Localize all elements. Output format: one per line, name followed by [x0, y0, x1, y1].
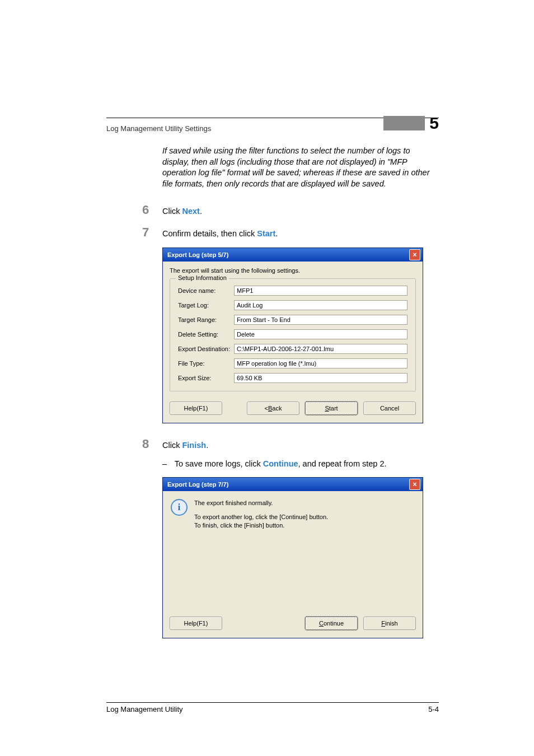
continue-button[interactable]: Continue	[305, 617, 358, 630]
help-button[interactable]: Help(F1)	[170, 402, 222, 415]
field-export-destination: Export Destination: C:\MFP1-AUD-2006-12-…	[178, 344, 407, 354]
field-file-type: File Type: MFP operation log file (*.lmu…	[178, 358, 407, 368]
close-icon[interactable]: ×	[409, 249, 420, 260]
dialog-button-row: Help(F1) < Back Start Cancel	[170, 402, 416, 415]
field-label: Export Size:	[178, 375, 234, 381]
running-header: Log Management Utility Settings 5	[106, 118, 439, 133]
dialog-body: i The export finished normally. To expor…	[163, 491, 423, 617]
field-target-range: Target Range: From Start - To End	[178, 315, 407, 325]
field-label: Target Log:	[178, 302, 234, 309]
back-button[interactable]: < Back	[247, 402, 299, 415]
finish-button[interactable]: Finish	[363, 617, 416, 630]
step-text-pre: Confirm details, then click	[162, 229, 257, 238]
step-text-post: .	[200, 207, 202, 216]
content-area: If saved while using the filter function…	[106, 146, 439, 638]
keyword-continue: Continue	[263, 459, 298, 468]
field-label: Target Range:	[178, 316, 234, 323]
step-text: Click Finish.	[162, 440, 208, 451]
setup-information-group: Setup Information Device name: MFP1 Targ…	[170, 278, 416, 391]
dialog-footer: Help(F1) Continue Finish	[163, 617, 423, 638]
step-text: Click Next.	[162, 206, 202, 217]
field-value: C:\MFP1-AUD-2006-12-27-001.lmu	[234, 344, 407, 354]
dash: –	[162, 459, 172, 468]
field-value: MFP operation log file (*.lmu)	[234, 358, 407, 368]
field-label: Delete Setting:	[178, 331, 234, 338]
field-value: Delete	[234, 329, 407, 339]
step-6: 6 Click Next.	[142, 203, 439, 217]
page: Log Management Utility Settings 5 If sav…	[0, 0, 534, 756]
field-value: From Start - To End	[234, 315, 407, 325]
help-button[interactable]: Help(F1)	[170, 617, 222, 630]
start-button[interactable]: Start	[305, 402, 358, 415]
step-number: 7	[142, 225, 162, 240]
field-value: MFP1	[234, 286, 407, 296]
dialog-titlebar[interactable]: Export Log (step 7/7) ×	[163, 478, 423, 491]
group-legend: Setup Information	[176, 274, 229, 281]
field-target-log: Target Log: Audit Log	[178, 300, 407, 310]
export-log-dialog-5: Export Log (step 5/7) × The export will …	[162, 248, 423, 423]
footer-right: 5-4	[428, 705, 439, 713]
export-log-dialog-7: Export Log (step 7/7) × i The export fin…	[162, 477, 423, 638]
keyword-finish: Finish	[182, 441, 206, 450]
field-delete-setting: Delete Setting: Delete	[178, 329, 407, 339]
step-text-pre: Click	[162, 441, 182, 450]
field-device-name: Device name: MFP1	[178, 286, 407, 296]
footer-left: Log Management Utility	[106, 705, 183, 713]
chapter-bar	[383, 116, 425, 130]
dialog-intro: The export will start using the followin…	[170, 267, 416, 274]
step-7: 7 Confirm details, then click Start.	[142, 225, 439, 240]
step-text-pre: Click	[162, 207, 182, 216]
note-paragraph: If saved while using the filter function…	[162, 146, 439, 189]
dialog-line-3: To finish, click the [Finish] button.	[194, 521, 328, 530]
field-label: File Type:	[178, 360, 234, 367]
running-header-title: Log Management Utility Settings	[106, 121, 211, 133]
field-label: Export Destination:	[178, 346, 234, 352]
step-8: 8 Click Finish.	[142, 437, 439, 451]
field-value: 69.50 KB	[234, 373, 407, 383]
dialog-line-2: To export another log, click the [Contin…	[194, 513, 328, 521]
field-export-size: Export Size: 69.50 KB	[178, 373, 407, 383]
chapter-badge: 5	[383, 114, 439, 133]
cancel-button[interactable]: Cancel	[363, 402, 416, 415]
dialog-button-row: Help(F1) Continue Finish	[170, 617, 416, 630]
substep-pre: To save more logs, click	[175, 459, 263, 468]
dialog-body: The export will start using the followin…	[163, 262, 423, 423]
close-icon[interactable]: ×	[409, 479, 420, 490]
page-footer: Log Management Utility 5-4	[106, 702, 439, 713]
dialog-line-1: The export finished normally.	[194, 499, 328, 507]
dialog-message: The export finished normally. To export …	[194, 499, 328, 530]
step-8-substep: – To save more logs, click Continue, and…	[162, 459, 439, 468]
substep-post: , and repeat from step 2.	[298, 459, 387, 468]
step-text: Confirm details, then click Start.	[162, 228, 278, 240]
keyword-next: Next	[182, 207, 199, 216]
field-label: Device name:	[178, 287, 234, 294]
step-number: 6	[142, 203, 162, 217]
info-icon: i	[171, 499, 188, 516]
step-text-post: .	[206, 441, 208, 450]
dialog-titlebar[interactable]: Export Log (step 5/7) ×	[163, 248, 423, 262]
dialog-title: Export Log (step 5/7)	[167, 251, 228, 258]
step-text-post: .	[275, 229, 278, 238]
field-value: Audit Log	[234, 300, 407, 310]
step-number: 8	[142, 437, 162, 451]
chapter-number: 5	[429, 114, 439, 133]
keyword-start: Start	[257, 229, 275, 238]
dialog-title: Export Log (step 7/7)	[167, 481, 228, 488]
